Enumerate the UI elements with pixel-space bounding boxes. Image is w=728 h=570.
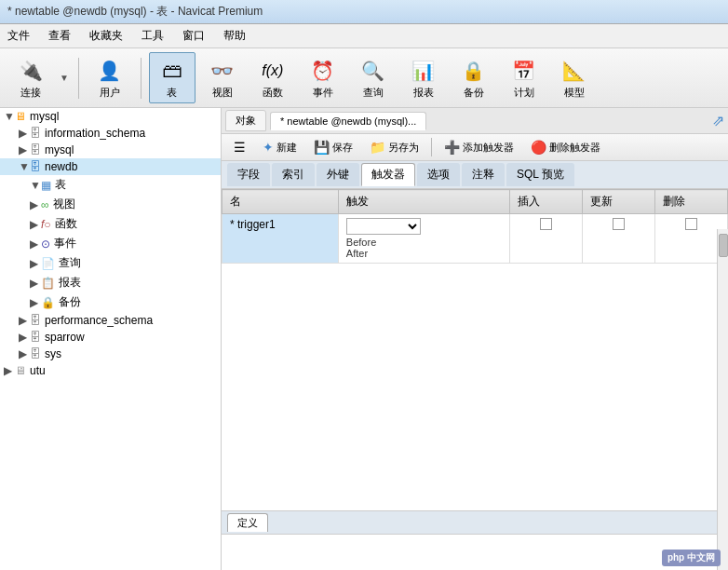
tab-newtable[interactable]: * newtable @newdb (mysql)... bbox=[270, 112, 426, 130]
trigger-insert-cell[interactable] bbox=[510, 214, 583, 264]
tab-comment[interactable]: 注释 bbox=[462, 163, 505, 186]
func-label: 函数 bbox=[263, 86, 283, 100]
tree-arrow-newdb: ▼ bbox=[19, 160, 30, 173]
inner-tabs: 字段 索引 外键 触发器 选项 注释 SQL 预览 bbox=[222, 161, 728, 189]
update-checkbox[interactable] bbox=[613, 218, 625, 230]
toolbar-view[interactable]: 👓 视图 bbox=[199, 52, 246, 103]
toolbar-query[interactable]: 🔍 查询 bbox=[350, 52, 397, 103]
toolbar-user[interactable]: 👤 用户 bbox=[87, 52, 133, 103]
view-label: 视图 bbox=[212, 86, 233, 100]
menu-file[interactable]: 文件 bbox=[4, 26, 34, 46]
menu-window[interactable]: 窗口 bbox=[179, 26, 209, 46]
report-icon: 📊 bbox=[409, 56, 438, 86]
save-label: 保存 bbox=[332, 141, 353, 155]
toolbar-report[interactable]: 📊 报表 bbox=[400, 52, 447, 103]
toolbar-connect[interactable]: 🔌 连接 bbox=[7, 52, 54, 103]
del-trigger-btn[interactable]: 🔴 删除触发器 bbox=[524, 137, 607, 157]
top-tabs: 对象 * newtable @newdb (mysql)... ⇗ bbox=[222, 108, 728, 134]
new-label: 新建 bbox=[276, 141, 297, 155]
view-folder-icon: ∞ bbox=[41, 198, 49, 211]
left-panel: ▼ 🖥 mysql ▶ 🗄 information_schema ▶ 🗄 mys… bbox=[0, 108, 222, 570]
toolbar-schedule[interactable]: 📅 计划 bbox=[501, 52, 547, 103]
share-icon[interactable]: ⇗ bbox=[712, 112, 724, 129]
insert-checkbox[interactable] bbox=[540, 218, 552, 230]
definition-tab[interactable]: 定义 bbox=[227, 513, 268, 532]
tab-field[interactable]: 字段 bbox=[227, 163, 270, 186]
add-trigger-btn[interactable]: ➕ 添加触发器 bbox=[438, 137, 520, 157]
server-icon: 🖥 bbox=[15, 110, 26, 123]
tab-trigger[interactable]: 触发器 bbox=[361, 163, 415, 186]
toolbar-model[interactable]: 📐 模型 bbox=[551, 52, 598, 103]
tree-utu[interactable]: ▶ 🖥 utu bbox=[0, 362, 221, 379]
delete-checkbox[interactable] bbox=[685, 218, 697, 230]
tree-event-folder[interactable]: ▶ ⊙ 事件 bbox=[0, 234, 221, 253]
del-trigger-icon: 🔴 bbox=[531, 140, 546, 155]
scrollbar-thumb[interactable] bbox=[719, 234, 728, 257]
menu-bar: 文件 查看 收藏夹 工具 窗口 帮助 bbox=[0, 24, 728, 48]
table-row: * trigger1 Before After bbox=[222, 214, 728, 264]
tree-backup-folder[interactable]: ▶ 🔒 备份 bbox=[0, 292, 221, 312]
tab-foreign[interactable]: 外键 bbox=[317, 163, 359, 186]
tree-performance-schema[interactable]: ▶ 🗄 performance_schema bbox=[0, 312, 221, 329]
tab-sql-preview[interactable]: SQL 预览 bbox=[506, 163, 574, 186]
trigger-time-select[interactable]: Before After bbox=[346, 218, 421, 235]
report-label: 报表 bbox=[413, 86, 434, 100]
saveas-btn[interactable]: 📁 另存为 bbox=[363, 137, 425, 157]
tree-arrow-sparrow: ▶ bbox=[19, 331, 30, 344]
tab-index[interactable]: 索引 bbox=[272, 163, 315, 186]
save-btn[interactable]: 💾 保存 bbox=[307, 137, 359, 157]
tree-arrow-perf: ▶ bbox=[19, 314, 30, 327]
backup-folder-icon: 🔒 bbox=[41, 296, 55, 309]
tree-sparrow-label: sparrow bbox=[45, 331, 85, 344]
trigger-after-label: After bbox=[346, 248, 368, 259]
tree-report-folder[interactable]: ▶ 📋 报表 bbox=[0, 273, 221, 292]
menu-view[interactable]: 查看 bbox=[45, 26, 74, 46]
tree-newdb[interactable]: ▼ 🗄 newdb bbox=[0, 158, 221, 175]
tree-view-folder[interactable]: ▶ ∞ 视图 bbox=[0, 195, 221, 214]
bottom-area: 定义 bbox=[222, 510, 728, 570]
menu-help[interactable]: 帮助 bbox=[220, 26, 249, 46]
col-insert: 插入 bbox=[510, 190, 583, 214]
trigger-update-cell[interactable] bbox=[583, 214, 655, 264]
right-scrollbar[interactable] bbox=[717, 229, 728, 570]
php-logo: php 中文网 bbox=[662, 550, 721, 566]
event-label: 事件 bbox=[313, 86, 333, 100]
tree-query-folder[interactable]: ▶ 📄 查询 bbox=[0, 253, 221, 273]
tree-sys[interactable]: ▶ 🗄 sys bbox=[0, 346, 221, 362]
query-label: 查询 bbox=[363, 86, 384, 100]
tree-information-schema[interactable]: ▶ 🗄 information_schema bbox=[0, 125, 221, 142]
tree-arrow-table: ▼ bbox=[30, 179, 41, 192]
backup-label: 备份 bbox=[464, 86, 484, 100]
trigger-before-label: Before bbox=[346, 237, 376, 248]
tab-object[interactable]: 对象 bbox=[225, 110, 266, 131]
toolbar-event[interactable]: ⏰ 事件 bbox=[300, 52, 346, 103]
tree-arrow-report: ▶ bbox=[30, 277, 41, 290]
col-trigger: 触发 bbox=[338, 190, 509, 214]
tree-sys-label: sys bbox=[45, 347, 61, 360]
menu-favorites[interactable]: 收藏夹 bbox=[86, 26, 127, 46]
tab-options[interactable]: 选项 bbox=[417, 163, 460, 186]
db-icon-sparrow: 🗄 bbox=[30, 331, 41, 344]
tree-event-label: 事件 bbox=[54, 236, 76, 251]
toolbar-backup[interactable]: 🔒 备份 bbox=[451, 52, 497, 103]
tree-mysql-db[interactable]: ▶ 🗄 mysql bbox=[0, 142, 221, 158]
tree-report-label: 报表 bbox=[59, 275, 81, 291]
toolbar-table[interactable]: 🗃 表 bbox=[149, 52, 195, 103]
menu-tools[interactable]: 工具 bbox=[138, 26, 168, 46]
connect-arrow[interactable]: ▼ bbox=[58, 71, 71, 85]
toolbar-func[interactable]: f(x) 函数 bbox=[249, 52, 296, 103]
tree-table-folder[interactable]: ▼ ▦ 表 bbox=[0, 175, 221, 195]
tree-arrow-info: ▶ bbox=[19, 127, 30, 140]
tree-arrow-event: ▶ bbox=[30, 238, 41, 251]
trigger-name-cell[interactable]: * trigger1 bbox=[222, 214, 339, 264]
schedule-icon: 📅 bbox=[509, 56, 539, 86]
tree-mysql-root[interactable]: ▼ 🖥 mysql bbox=[0, 108, 221, 125]
bottom-tab-bar: 定义 bbox=[222, 511, 728, 535]
tree-sparrow[interactable]: ▶ 🗄 sparrow bbox=[0, 329, 221, 346]
new-btn[interactable]: ✦ 新建 bbox=[256, 137, 303, 157]
trigger-time-cell[interactable]: Before After Before After bbox=[338, 214, 509, 264]
tree-func-folder[interactable]: ▶ f○ 函数 bbox=[0, 214, 221, 234]
db-icon-mysql: 🗄 bbox=[30, 143, 41, 156]
report-folder-icon: 📋 bbox=[41, 277, 55, 290]
menu-btn[interactable]: ☰ bbox=[227, 137, 252, 157]
